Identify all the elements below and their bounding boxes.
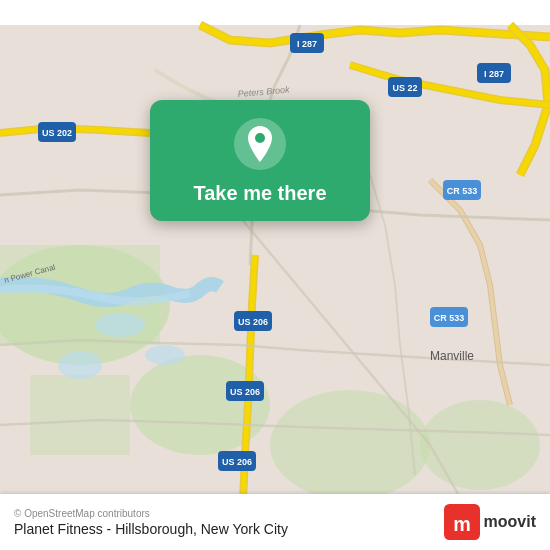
svg-point-3	[270, 390, 430, 500]
svg-point-8	[145, 345, 185, 365]
svg-point-9	[58, 351, 102, 379]
svg-text:US 202: US 202	[42, 128, 72, 138]
svg-text:CR 533: CR 533	[447, 186, 478, 196]
svg-text:I 287: I 287	[297, 39, 317, 49]
svg-point-5	[420, 400, 540, 490]
map-container: I 287 US 22 I 287 US 202 CR 533 CR 533 U…	[0, 0, 550, 550]
map-attribution: © OpenStreetMap contributors	[14, 508, 288, 519]
svg-text:I 287: I 287	[484, 69, 504, 79]
svg-text:US 206: US 206	[222, 457, 252, 467]
location-title: Planet Fitness - Hillsborough, New York …	[14, 521, 288, 537]
svg-text:m: m	[453, 513, 471, 535]
take-me-there-card[interactable]: Take me there	[150, 100, 370, 221]
location-pin-icon	[245, 126, 275, 162]
svg-text:CR 533: CR 533	[434, 313, 465, 323]
svg-point-31	[255, 133, 265, 143]
button-overlay: Take me there	[150, 100, 370, 221]
bottom-left: © OpenStreetMap contributors Planet Fitn…	[14, 508, 288, 537]
moovit-label: moovit	[484, 513, 536, 531]
svg-point-7	[95, 313, 145, 337]
take-me-there-button[interactable]: Take me there	[193, 182, 326, 205]
svg-text:US 22: US 22	[392, 83, 417, 93]
map-background: I 287 US 22 I 287 US 202 CR 533 CR 533 U…	[0, 0, 550, 550]
svg-rect-6	[30, 375, 130, 455]
location-pin-icon-wrap	[234, 118, 286, 170]
svg-text:US 206: US 206	[230, 387, 260, 397]
svg-text:US 206: US 206	[238, 317, 268, 327]
svg-text:Manville: Manville	[430, 349, 474, 363]
moovit-icon: m	[444, 504, 480, 540]
bottom-bar: © OpenStreetMap contributors Planet Fitn…	[0, 494, 550, 550]
moovit-logo[interactable]: m moovit	[444, 504, 536, 540]
